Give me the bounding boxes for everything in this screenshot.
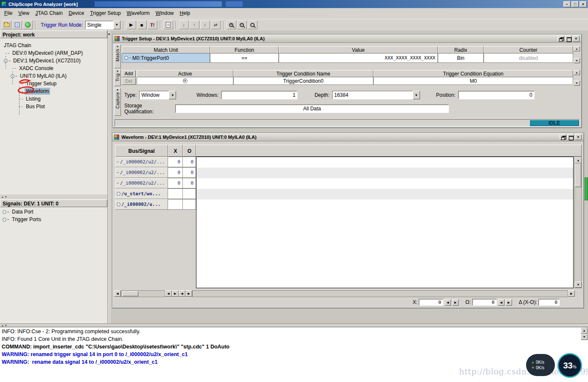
- position-input[interactable]: 0: [458, 91, 535, 99]
- tree-item-unit0-ila[interactable]: UNIT:0 MyILA0 (ILA): [0, 72, 107, 80]
- tree-item-dev1[interactable]: DEV:1 MyDevice1 (XC7Z010): [0, 57, 107, 65]
- tree-node-handle-icon[interactable]: [3, 210, 6, 214]
- scroll-left-icon[interactable]: ◀: [114, 290, 121, 297]
- goto-trigger-button[interactable]: ↕: [200, 20, 210, 29]
- tree-item-listing[interactable]: Listing: [0, 95, 107, 103]
- tree-item-xadc-console[interactable]: XADC Console: [0, 65, 107, 72]
- trigger-setup-titlebar[interactable]: Trigger Setup - DEV:1 MyDevice1 (XC7Z010…: [113, 34, 581, 43]
- splitter-up-icon[interactable]: ▲: [1, 195, 4, 199]
- o-cursor-input[interactable]: 0: [472, 299, 497, 306]
- del-condition-button[interactable]: Del: [122, 78, 136, 85]
- tree-item-dev0[interactable]: DEV:0 MyDevice0 (ARM_DAP): [0, 49, 107, 57]
- tree-node-handle-icon[interactable]: [3, 218, 6, 222]
- tab-match[interactable]: ▼ Match: [114, 45, 121, 68]
- signal-row[interactable]: /_i000002/u2/... 0 0: [115, 157, 196, 167]
- console-scrollbar[interactable]: ▲ ▼: [581, 327, 588, 340]
- speed-indicator[interactable]: ▲0K/s ▼0K/s: [526, 354, 555, 376]
- memory-percent-ball[interactable]: 33 %: [557, 353, 582, 378]
- signal-row[interactable]: /_i000002/u2/... 0 0: [115, 167, 196, 178]
- scroll-left-icon[interactable]: ◀: [179, 290, 185, 297]
- type-select[interactable]: Window ▼: [139, 91, 176, 99]
- tab-collapse-icon[interactable]: ▼: [116, 89, 119, 92]
- panel-mdi-splitter[interactable]: ◀: [108, 31, 111, 324]
- spin-down-icon[interactable]: ▼: [574, 81, 580, 86]
- scroll-down-icon[interactable]: ▼: [581, 334, 588, 340]
- spin-down-icon[interactable]: ▼: [574, 58, 580, 63]
- signal-row-bus[interactable]: /u_start/wo...: [115, 188, 196, 199]
- scroll-up-icon[interactable]: ▲: [575, 157, 582, 163]
- zoom-in-button[interactable]: +: [227, 20, 236, 29]
- scrollbar-thumb[interactable]: [575, 163, 581, 187]
- scroll-up-icon[interactable]: ▲: [581, 327, 588, 334]
- trig-equation-cell[interactable]: M0: [373, 77, 573, 85]
- app-titlebar[interactable]: ChipScope Pro Analyzer [work] − □ ×: [0, 0, 588, 8]
- tab-collapse-icon[interactable]: ▼: [116, 70, 119, 73]
- waveform-scrollbar[interactable]: [192, 290, 568, 297]
- export-data-button[interactable]: [163, 20, 173, 29]
- x-cursor-left-icon[interactable]: ◀: [445, 299, 451, 306]
- maximize-button[interactable]: □: [571, 1, 579, 7]
- match-radix-cell[interactable]: Bin: [438, 53, 484, 63]
- tree-item-data-port[interactable]: Data Port: [0, 208, 107, 216]
- scroll-right-icon[interactable]: ▶: [568, 290, 575, 297]
- add-condition-button[interactable]: Add: [122, 70, 136, 77]
- menu-file[interactable]: File: [1, 9, 15, 17]
- chevron-down-icon[interactable]: ▼: [113, 21, 120, 29]
- name-column-scrollbar[interactable]: [121, 290, 165, 297]
- console-splitter[interactable]: ▲ ▼: [0, 323, 588, 327]
- trig-name-cell[interactable]: TriggerCondition0: [233, 77, 373, 85]
- tab-trig[interactable]: ▼ Trig: [114, 69, 121, 86]
- open-project-button[interactable]: [2, 20, 11, 29]
- maximize-window-button[interactable]: [565, 36, 572, 42]
- status-led-button[interactable]: [23, 20, 33, 29]
- match-value-cell[interactable]: XXX_XXXX_XXXX_XXXX: [279, 53, 438, 63]
- spin-up-icon[interactable]: ▲: [574, 46, 580, 51]
- minimize-button[interactable]: −: [563, 1, 571, 7]
- close-window-button[interactable]: ×: [575, 134, 582, 140]
- x-cursor-right-icon[interactable]: ▶: [452, 299, 459, 306]
- scroll-left-icon[interactable]: ◀: [165, 290, 172, 297]
- swap-cursors-button[interactable]: ⇄: [211, 20, 221, 29]
- menu-device[interactable]: Device: [66, 9, 87, 17]
- splitter-collapse-icon[interactable]: ◀: [108, 32, 110, 36]
- goto-x-cursor-button[interactable]: ↓: [179, 20, 189, 29]
- scroll-down-icon[interactable]: ▼: [575, 281, 582, 288]
- run-trigger-button[interactable]: ▶: [126, 20, 136, 29]
- tab-capture[interactable]: ▼ Capture: [114, 88, 121, 116]
- windows-input[interactable]: 1: [221, 91, 297, 99]
- waveform-plot-area[interactable]: [196, 157, 574, 288]
- tab-collapse-icon[interactable]: ▼: [116, 45, 119, 48]
- menu-jtag-chain[interactable]: JTAG Chain: [32, 9, 65, 17]
- restore-window-button[interactable]: [560, 134, 566, 140]
- bus-signal-header[interactable]: Bus/Signal: [115, 145, 168, 157]
- o-cursor-left-icon[interactable]: ◀: [498, 299, 504, 306]
- active-radio[interactable]: [183, 79, 188, 83]
- goto-o-cursor-button[interactable]: ↑: [190, 20, 199, 29]
- close-window-button[interactable]: ×: [573, 36, 580, 42]
- waveform-vertical-scrollbar[interactable]: ▲ ▼: [574, 157, 582, 288]
- match-function-cell[interactable]: ==: [210, 53, 279, 63]
- tree-item-trigger-ports[interactable]: Trigger Ports: [0, 216, 107, 223]
- o-cursor-header[interactable]: O: [183, 145, 196, 157]
- scrollbar-track[interactable]: [575, 187, 581, 281]
- network-float-widget[interactable]: ▲0K/s ▼0K/s 33 %: [526, 351, 582, 378]
- depth-select[interactable]: 16384 ▼: [332, 91, 420, 99]
- chevron-down-icon[interactable]: ▼: [169, 91, 176, 99]
- tree-node-handle-icon[interactable]: [124, 56, 128, 60]
- signal-row[interactable]: /_i000002/u2/... 0 0: [115, 178, 196, 188]
- splitter-down-icon[interactable]: ▼: [5, 195, 7, 199]
- device-chain-button[interactable]: [12, 20, 22, 29]
- menu-waveform[interactable]: Waveform: [124, 9, 153, 17]
- scroll-right-icon[interactable]: ▶: [172, 290, 179, 297]
- panel-splitter[interactable]: ▲ ▼: [0, 194, 107, 199]
- trigger-immediate-button[interactable]: T!: [148, 20, 157, 29]
- x-cursor-header[interactable]: X: [168, 145, 183, 157]
- tree-item-trigger-setup[interactable]: Trigger Setup: [0, 80, 107, 87]
- menu-help[interactable]: Help: [177, 9, 193, 17]
- chevron-down-icon[interactable]: ▼: [413, 91, 420, 99]
- zoom-fit-button[interactable]: [248, 20, 258, 29]
- o-cursor-right-icon[interactable]: ▶: [506, 299, 512, 306]
- restore-window-button[interactable]: [557, 36, 564, 42]
- storage-qualification-field[interactable]: All Data: [175, 104, 449, 113]
- tree-item-waveform[interactable]: Waveform: [0, 87, 107, 95]
